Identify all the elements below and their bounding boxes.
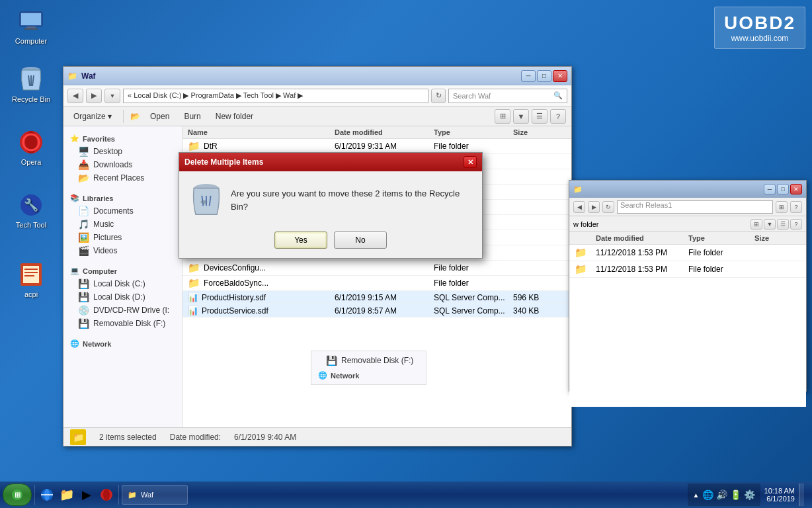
tray-update-icon[interactable]: ⚙️ (744, 489, 755, 500)
explorer2-search[interactable]: Search Releas1 (617, 200, 773, 214)
svg-point-22 (103, 489, 110, 501)
table-row[interactable]: 📊ProductHistory.sdf 6/1/2019 9:15 AM SQL… (183, 291, 571, 304)
back-button[interactable]: ◀ (67, 89, 83, 103)
svg-rect-12 (24, 269, 38, 270)
opera-icon-label: Opera (21, 158, 42, 167)
refresh-button[interactable]: ↻ (431, 89, 446, 103)
explorer2-details[interactable]: ☰ (777, 219, 789, 230)
delete-dialog: Delete Multiple Items ✕ Are you sure you… (179, 152, 483, 259)
media-taskbar-icon[interactable]: ▶ (77, 486, 96, 504)
ie-taskbar-icon[interactable] (38, 486, 56, 504)
uobd2-logo: UOBD2 www.uobdii.com (714, 7, 805, 49)
status-folder-icon: 📁 (70, 429, 86, 445)
address-path[interactable]: « Local Disk (C:) ▶ ProgramData ▶ Tech T… (123, 89, 428, 103)
no-button[interactable]: No (334, 232, 387, 249)
tray-network-icon[interactable]: 🌐 (702, 489, 713, 500)
table-row[interactable]: 📊ProductService.sdf 6/1/2019 8:57 AM SQL… (183, 304, 571, 318)
sidebar-item-recent[interactable]: 📂Recent Places (63, 171, 182, 185)
svg-rect-1 (21, 13, 41, 25)
dialog-buttons: Yes No (179, 226, 482, 258)
dialog-close-button[interactable]: ✕ (464, 156, 477, 168)
explorer2-titlebar: 📁 ─ □ ✕ (569, 181, 806, 198)
tray-volume-icon[interactable]: 🔊 (716, 489, 727, 500)
explorer2-minimize[interactable]: ─ (764, 184, 776, 194)
open-button[interactable]: Open (145, 109, 174, 124)
tray-battery-icon[interactable]: 🔋 (730, 489, 741, 500)
sidebar-item-documents[interactable]: 📄Documents (63, 204, 182, 218)
status-bar: 📁 2 items selected Date modified: 6/1/20… (63, 427, 571, 446)
sidebar-removable-f[interactable]: 💾Removable Disk (F:) (311, 354, 426, 367)
explorer2-help2[interactable]: ? (790, 219, 802, 230)
burn-button[interactable]: Burn (179, 109, 205, 124)
computer-icon-label: Computer (15, 37, 47, 46)
up-button[interactable]: ▼ (104, 89, 120, 103)
show-desktop-button[interactable] (799, 484, 804, 506)
desktop-icon-computer[interactable]: Computer (8, 8, 54, 46)
explorer2-view3[interactable]: ▼ (764, 219, 776, 230)
sidebar-item-downloads[interactable]: 📥Downloads (63, 158, 182, 171)
tray-show-icon[interactable]: ▲ (693, 491, 700, 499)
explorer2-view2[interactable]: ⊞ (751, 219, 762, 230)
sidebar-item-dvd[interactable]: 💿DVD/CD-RW Drive (I: (63, 304, 182, 317)
desktop-icon-opera[interactable]: Opera (8, 129, 54, 167)
sidebar-item-desktop[interactable]: 🖥️Desktop (63, 145, 182, 158)
forward-button[interactable]: ▶ (86, 89, 102, 103)
organize-button[interactable]: Organize ▾ (69, 109, 116, 124)
explorer-taskbar-button[interactable]: 📁 Waf (122, 485, 188, 505)
explorer2-back[interactable]: ◀ (573, 201, 585, 213)
table-row[interactable]: 📁ForceBaldoSync... File folder (183, 276, 571, 291)
explorer2-maximize[interactable]: □ (777, 184, 789, 194)
svg-text:⊞: ⊞ (15, 491, 20, 499)
folder-taskbar-icon[interactable]: 📁 (58, 486, 76, 504)
sidebar-network: 🌐Network (311, 367, 426, 382)
explorer2-help[interactable]: ? (790, 201, 802, 213)
help-button[interactable]: ? (550, 109, 566, 124)
view-toggle-button[interactable]: ▼ (513, 109, 529, 124)
dialog-title: Delete Multiple Items (184, 157, 263, 167)
explorer2-forward[interactable]: ▶ (588, 201, 600, 213)
table-row[interactable]: 📁 11/12/2018 1:53 PM File folder (569, 261, 806, 278)
table-row[interactable]: 📁DevicesConfigu... File folder (183, 261, 571, 276)
explorer2-new-folder-label: w folder (573, 220, 599, 228)
sidebar-item-removable-f[interactable]: 💾Removable Disk (F:) (63, 317, 182, 330)
libraries-header: 📚Libraries (63, 190, 182, 204)
open-icon: 📂 (130, 112, 140, 121)
clock[interactable]: 10:18 AM 6/1/2019 (764, 487, 795, 503)
sidebar-item-local-d[interactable]: 💾Local Disk (D:) (63, 290, 182, 304)
svg-rect-3 (24, 28, 38, 30)
explorer2-view[interactable]: ⊞ (776, 201, 788, 213)
status-date-label: Date modified: (170, 433, 221, 442)
window-title: Waf (81, 71, 96, 81)
toolbar: Organize ▾ 📂 Open Burn New folder ⊞ ▼ ☰ … (63, 106, 571, 126)
search-box[interactable]: Search Waf 🔍 (448, 89, 567, 103)
sidebar-item-local-c[interactable]: 💾Local Disk (C:) (63, 277, 182, 290)
maximize-button[interactable]: □ (537, 70, 551, 82)
view-button[interactable]: ⊞ (495, 109, 510, 124)
minimize-button[interactable]: ─ (521, 70, 536, 82)
search-text: Search Waf (453, 92, 491, 100)
explorer2-close[interactable]: ✕ (790, 184, 802, 194)
dialog-content: Are you sure you want to move these 2 it… (179, 171, 482, 226)
recycle-bin-icon (190, 182, 223, 218)
table-row[interactable]: 📁 11/12/2018 1:53 PM File folder (569, 245, 806, 261)
new-folder-button[interactable]: New folder (211, 109, 258, 124)
desktop-icon-techtool[interactable]: 🔧 Tech Tool (8, 192, 54, 230)
details-button[interactable]: ☰ (532, 109, 548, 124)
opera-taskbar-icon[interactable] (97, 486, 116, 504)
desktop-icon-acpi[interactable]: acpi (8, 261, 54, 299)
address-bar: ◀ ▶ ▼ « Local Disk (C:) ▶ ProgramData ▶ … (63, 85, 571, 106)
desktop-icon-recycle[interactable]: Recycle Bin (8, 66, 54, 104)
yes-button[interactable]: Yes (274, 232, 327, 249)
sidebar-item-music[interactable]: 🎵Music (63, 218, 182, 231)
techtool-icon-label: Tech Tool (16, 221, 46, 230)
close-button[interactable]: ✕ (553, 70, 567, 82)
sidebar-item-videos[interactable]: 🎬Videos (63, 244, 182, 257)
svg-rect-13 (24, 272, 38, 273)
window-titlebar: 📁 Waf ─ □ ✕ (63, 67, 571, 85)
start-button[interactable]: ⊞ (3, 484, 32, 506)
sidebar: ⭐Favorites 🖥️Desktop 📥Downloads 📂Recent … (63, 126, 183, 427)
sidebar-item-pictures[interactable]: 🖼️Pictures (63, 231, 182, 244)
file-list-header: Name Date modified Type Size (183, 126, 571, 139)
explorer2-refresh[interactable]: ↻ (602, 201, 614, 213)
explorer-window-2: 📁 ─ □ ✕ ◀ ▶ ↻ Search Releas1 ⊞ ? w folde… (569, 180, 807, 392)
